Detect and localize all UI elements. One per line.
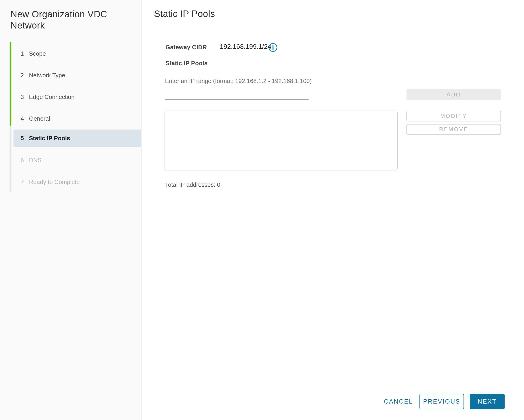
sidebar-step-network-type[interactable]: 2 Network Type	[13, 67, 141, 84]
ip-range-input[interactable]	[165, 90, 309, 100]
static-ip-pools-label: Static IP Pools	[166, 60, 208, 67]
step-number: 2	[21, 72, 29, 79]
sidebar-step-ready-to-complete: 7 Ready to Complete	[13, 173, 141, 191]
progress-fill-bar	[9, 42, 11, 126]
gateway-cidr-value: 192.168.199.1/24	[220, 43, 271, 50]
step-label: Scope	[29, 50, 46, 57]
step-number: 4	[21, 115, 29, 122]
sidebar-step-static-ip-pools[interactable]: 5 Static IP Pools	[13, 129, 141, 147]
info-icon[interactable]: i	[269, 43, 277, 52]
step-number: 1	[21, 50, 29, 57]
new-org-vdc-network-wizard: New Organization VDC Network 1 Scope 2 N…	[0, 0, 524, 420]
total-ip-addresses-label: Total IP addresses: 0	[165, 181, 220, 188]
ip-range-hint-label: Enter an IP range (format: 192.168.1.2 -…	[165, 77, 312, 84]
remove-button[interactable]: REMOVE	[406, 124, 501, 134]
ip-pool-listbox[interactable]	[165, 111, 398, 170]
page-title: Static IP Pools	[154, 9, 215, 19]
sidebar-step-edge-connection[interactable]: 3 Edge Connection	[13, 88, 141, 106]
step-number: 3	[21, 93, 29, 101]
add-button[interactable]: ADD	[406, 89, 501, 100]
step-label: Edge Connection	[29, 93, 74, 101]
sidebar-step-dns: 6 DNS	[13, 151, 141, 169]
step-label: Ready to Complete	[29, 178, 80, 186]
step-label: Static IP Pools	[29, 135, 70, 142]
wizard-title: New Organization VDC Network	[10, 9, 134, 31]
step-label: Network Type	[29, 72, 65, 79]
sidebar-step-general[interactable]: 4 General	[13, 110, 141, 127]
cancel-button[interactable]: CANCEL	[379, 394, 418, 409]
gateway-cidr-label: Gateway CIDR	[166, 44, 207, 51]
step-label: DNS	[29, 157, 42, 164]
wizard-sidebar: New Organization VDC Network 1 Scope 2 N…	[0, 0, 141, 420]
sidebar-step-scope[interactable]: 1 Scope	[13, 45, 141, 62]
previous-button[interactable]: PREVIOUS	[419, 394, 464, 409]
step-number: 6	[21, 157, 29, 164]
progress-track	[9, 42, 11, 192]
step-label: General	[29, 115, 50, 122]
step-number: 5	[21, 135, 29, 142]
modify-button[interactable]: MODIFY	[406, 111, 501, 121]
next-button[interactable]: NEXT	[470, 394, 505, 409]
step-number: 7	[21, 178, 29, 186]
